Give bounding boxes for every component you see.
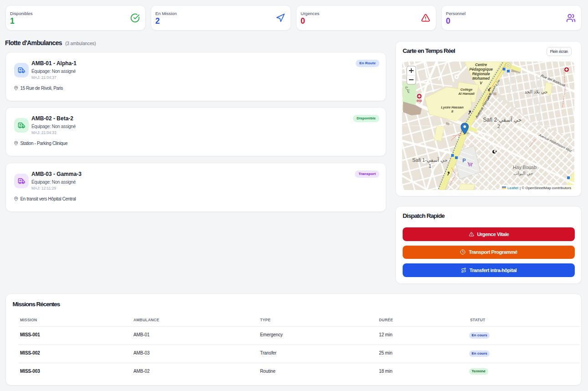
svg-text:Lycée Hassan: Lycée Hassan	[441, 105, 464, 109]
svg-text:Mohamed: Mohamed	[472, 77, 490, 81]
svg-text:Régionale: Régionale	[472, 72, 490, 76]
svg-text:حي البواب: حي البواب	[513, 171, 533, 176]
svg-text:Centre: Centre	[475, 63, 487, 67]
svg-text:Collège: Collège	[460, 87, 473, 92]
svg-text:Hay Bouab: Hay Bouab	[513, 165, 537, 170]
svg-text:Leaflet: Leaflet	[507, 186, 519, 190]
svg-text:Safi 2-حي آسفي: Safi 2-حي آسفي	[483, 116, 522, 123]
svg-text:Al Hansali: Al Hansali	[458, 92, 475, 96]
svg-text:Pédagogique: Pédagogique	[469, 67, 493, 72]
svg-text:1: 1	[429, 163, 431, 169]
svg-text:| © OpenStreetMap contributors: | © OpenStreetMap contributors	[520, 186, 571, 190]
svg-text:Safi 1-حي آسفي: Safi 1-حي آسفي	[412, 157, 448, 163]
svg-text:2: 2	[497, 123, 500, 129]
svg-text:P: P	[462, 158, 465, 163]
svg-text:ocp: ocp	[417, 99, 422, 103]
svg-text:حي بلاد الجد: حي بلاد الجد	[525, 89, 548, 95]
